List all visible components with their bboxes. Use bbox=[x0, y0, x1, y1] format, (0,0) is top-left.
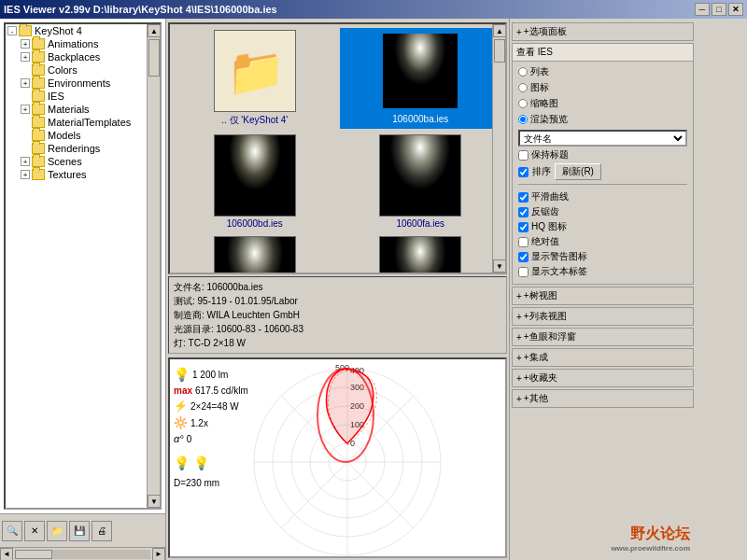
h-scrollbar[interactable]: ◄ ► bbox=[0, 547, 165, 560]
cb-keep-title[interactable]: 保持标题 bbox=[518, 148, 687, 161]
expand-icon-environments[interactable]: + bbox=[21, 78, 30, 88]
polar-svg: 0 100 200 300 400 500 bbox=[235, 359, 459, 558]
plus-icon-list: + bbox=[516, 312, 522, 322]
fb-scroll-down[interactable]: ▼ bbox=[493, 259, 506, 273]
tree-label-renderings: Renderings bbox=[48, 143, 100, 154]
sort-refresh-row: 排序 刷新(R) bbox=[518, 163, 687, 180]
tree-container[interactable]: - KeyShot 4 + Animations + Backplaces Co… bbox=[4, 22, 162, 510]
fb-scroll-thumb[interactable] bbox=[494, 39, 505, 63]
cb-antialias-input[interactable] bbox=[518, 207, 529, 217]
h-scroll-track[interactable] bbox=[15, 550, 150, 559]
expand-icon-root[interactable]: - bbox=[7, 26, 17, 35]
section-tree-header[interactable]: + +树视图 bbox=[513, 287, 693, 304]
close-button[interactable]: ✕ bbox=[728, 3, 743, 16]
scroll-down-arrow[interactable]: ▼ bbox=[148, 495, 161, 508]
file-thumb-106000fa[interactable]: 10600fa.ies bbox=[340, 133, 502, 231]
expand-icon-backplaces[interactable]: + bbox=[21, 52, 30, 62]
cb-hq-icon[interactable]: HQ 图标 bbox=[518, 220, 687, 233]
radio-list-input[interactable] bbox=[518, 67, 528, 77]
expand-icon-materials[interactable]: + bbox=[21, 105, 30, 114]
tree-scrollbar[interactable]: ▲ ▼ bbox=[147, 24, 160, 508]
tool-btn-1[interactable]: 🔍 bbox=[2, 521, 22, 541]
scroll-thumb[interactable] bbox=[148, 39, 160, 77]
maximize-button[interactable]: □ bbox=[712, 3, 726, 16]
section-fish-header[interactable]: + +鱼眼和浮窗 bbox=[513, 329, 693, 345]
tree-item-materials[interactable]: + Materials bbox=[6, 103, 160, 116]
expand-icon-scenes[interactable]: + bbox=[21, 157, 30, 166]
section-collect-header[interactable]: + +收藏夹 bbox=[513, 370, 693, 386]
logo-area: 野火论坛 www.proewildfire.com bbox=[512, 521, 694, 556]
file-thumb-106000fd[interactable]: 106000fd.ies bbox=[340, 234, 502, 274]
fb-scrollbar[interactable]: ▲ ▼ bbox=[492, 24, 505, 273]
minimize-button[interactable]: ─ bbox=[695, 3, 710, 16]
scroll-up-arrow[interactable]: ▲ bbox=[148, 24, 161, 37]
cb-smooth-input[interactable] bbox=[518, 192, 529, 203]
radio-icon-input[interactable] bbox=[518, 83, 528, 92]
radio-list-label: 列表 bbox=[530, 65, 549, 78]
radio-render[interactable]: 渲染预览 bbox=[518, 113, 687, 126]
scroll-left-arrow[interactable]: ◄ bbox=[0, 548, 13, 561]
radio-thumbnail-input[interactable] bbox=[518, 99, 528, 108]
titlebar-title: IES Viewer v2.99v D:\library\KeyShot 4\I… bbox=[4, 4, 277, 15]
plus-icon-options: + bbox=[516, 27, 522, 37]
radio-render-input[interactable] bbox=[518, 115, 528, 124]
cb-sort-input[interactable] bbox=[518, 167, 529, 177]
tree-item-models[interactable]: Models bbox=[6, 129, 160, 142]
cb-text-label[interactable]: 显示文本标签 bbox=[518, 265, 687, 278]
cb-hq-label: HQ 图标 bbox=[531, 220, 567, 233]
tree-item-textures[interactable]: + Textures bbox=[6, 168, 160, 181]
tool-btn-3[interactable]: 📁 bbox=[47, 521, 67, 541]
tree-label-materialtemplates: MaterialTemplates bbox=[48, 117, 131, 128]
section-ies: 查看 IES 列表 图标 缩略图 bbox=[512, 43, 694, 285]
tree-label-animations: Animations bbox=[48, 38, 98, 49]
tree-item-materialtemplates[interactable]: MaterialTemplates bbox=[6, 116, 160, 129]
tree-item-ies[interactable]: IES bbox=[6, 90, 160, 103]
scroll-right-arrow[interactable]: ► bbox=[152, 548, 165, 561]
refresh-button[interactable]: 刷新(R) bbox=[555, 163, 601, 180]
cb-absolute[interactable]: 绝对值 bbox=[518, 235, 687, 248]
expand-icon-textures[interactable]: + bbox=[21, 170, 30, 179]
file-browser[interactable]: 📁 .. 仅 'KeyShot 4' 106000ba.ies 106000bd… bbox=[168, 22, 507, 274]
file-thumb-106000bd[interactable]: 106000bd.ies bbox=[174, 133, 336, 231]
tree-item-animations[interactable]: + Animations bbox=[6, 37, 160, 50]
section-options-header[interactable]: + +选项面板 bbox=[513, 23, 693, 40]
cb-warn-input[interactable] bbox=[518, 252, 529, 262]
section-ies-header[interactable]: 查看 IES bbox=[513, 44, 693, 62]
cb-keep-title-input[interactable] bbox=[518, 150, 529, 161]
titlebar-controls: ─ □ ✕ bbox=[695, 3, 743, 16]
fb-scroll-up[interactable]: ▲ bbox=[493, 24, 506, 37]
cb-text-input[interactable] bbox=[518, 267, 529, 277]
cb-absolute-label: 绝对值 bbox=[531, 235, 559, 248]
tool-btn-5[interactable]: 🖨 bbox=[92, 521, 112, 541]
cb-sort-label: 排序 bbox=[532, 165, 551, 178]
cb-absolute-input[interactable] bbox=[518, 237, 529, 247]
file-thumb-parent[interactable]: 📁 .. 仅 'KeyShot 4' bbox=[174, 28, 336, 129]
radio-thumbnail[interactable]: 缩略图 bbox=[518, 97, 687, 110]
sort-select[interactable]: 文件名 大小 日期 bbox=[518, 130, 687, 147]
marker-icon-2: 💡 bbox=[193, 455, 209, 470]
tree-root[interactable]: - KeyShot 4 bbox=[6, 24, 160, 37]
cb-smooth[interactable]: 平滑曲线 bbox=[518, 190, 687, 203]
radio-list[interactable]: 列表 bbox=[518, 65, 687, 78]
h-scroll-thumb[interactable] bbox=[15, 550, 52, 559]
cb-antialias[interactable]: 反锯齿 bbox=[518, 205, 687, 218]
file-thumb-106000fb[interactable]: 106000fb.ies bbox=[174, 234, 336, 274]
expand-icon-animations[interactable]: + bbox=[21, 39, 30, 49]
tree-item-scenes[interactable]: + Scenes bbox=[6, 155, 160, 168]
tree-label-scenes: Scenes bbox=[48, 156, 82, 167]
tool-btn-4[interactable]: 💾 bbox=[69, 521, 90, 541]
cb-warn-icon[interactable]: 显示警告图标 bbox=[518, 250, 687, 263]
section-list-header[interactable]: + +列表视图 bbox=[513, 308, 693, 325]
tree-item-colors[interactable]: Colors bbox=[6, 63, 160, 77]
radio-icon[interactable]: 图标 bbox=[518, 81, 687, 94]
tool-btn-2[interactable]: ✕ bbox=[24, 521, 45, 541]
cb-keep-title-label: 保持标题 bbox=[531, 148, 569, 161]
section-other-header[interactable]: + +其他 bbox=[513, 390, 693, 407]
section-integrate-header[interactable]: + +集成 bbox=[513, 349, 693, 366]
tree-item-environments[interactable]: + Environments bbox=[6, 77, 160, 90]
cb-hq-input[interactable] bbox=[518, 222, 529, 232]
tree-item-backplaces[interactable]: + Backplaces bbox=[6, 50, 160, 63]
section-fish-label: +鱼眼和浮窗 bbox=[524, 330, 576, 343]
file-thumb-106000ba[interactable]: 106000ba.ies bbox=[340, 28, 502, 129]
tree-item-renderings[interactable]: Renderings bbox=[6, 142, 160, 155]
